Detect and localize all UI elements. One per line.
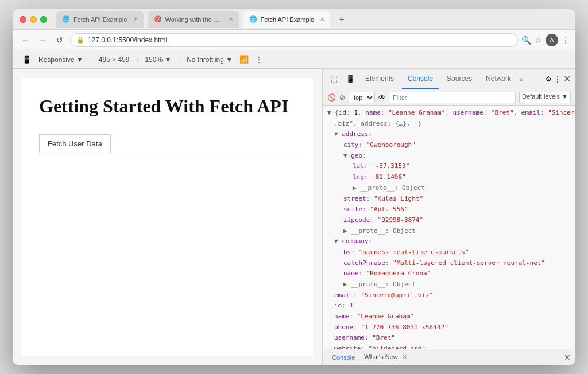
console-phone: phone: "1-770-736-8031 x56442" <box>323 322 575 333</box>
tab-2-label: Working with the Fetch API <box>165 16 223 23</box>
responsive-label[interactable]: Responsive ▼ <box>38 56 83 64</box>
console-address-proto: ▶ __proto__: Object <box>323 226 575 237</box>
console-lng: lng: "81.1496" <box>323 172 575 183</box>
console-email: email: "Sincere@april.biz" <box>323 290 575 301</box>
toolbar-right: 🔍 ☆ A ⋮ <box>521 34 570 46</box>
bottom-whats-new-tab[interactable]: What's New ✕ <box>359 352 411 362</box>
console-filter-input[interactable] <box>389 92 516 103</box>
console-id: id: 1 <box>323 301 575 311</box>
tab-3-close[interactable]: ✕ <box>320 16 324 22</box>
bottom-console-tab[interactable]: Console <box>327 353 359 362</box>
title-bar: 🌐 Fetch API Example ✕ 🎯 Working with the… <box>13 9 575 30</box>
tab-1-icon: 🌐 <box>62 15 70 23</box>
devtools-settings-icon[interactable]: ⚙ <box>546 75 552 83</box>
tab-console[interactable]: Console <box>402 69 439 89</box>
console-toolbar: 🚫 ⊘ top 👁 Default levels ▼ <box>323 89 575 106</box>
devtools-actions: ⚙ ⋮ ✕ <box>546 73 571 84</box>
sep3: | <box>178 56 180 63</box>
search-icon[interactable]: 🔍 <box>521 36 531 45</box>
console-lat: lat: "-37.3159" <box>323 161 575 172</box>
tab-1-close[interactable]: ✕ <box>133 16 138 22</box>
tab-elements[interactable]: Elements <box>359 69 400 89</box>
whats-new-close[interactable]: ✕ <box>402 353 407 360</box>
console-biz-line: .biz", address: {…}, -} <box>323 119 575 130</box>
network-icon[interactable]: 📶 <box>239 55 249 64</box>
devtools-close-button[interactable]: ✕ <box>563 73 571 84</box>
address-bar[interactable]: 🔒 127.0.0.1:5500/index.html <box>70 33 518 47</box>
divider <box>39 158 296 158</box>
levels-select[interactable]: Default levels ▼ <box>519 92 571 103</box>
console-city: city: "Gwenborough" <box>323 140 575 151</box>
browser-window: 🌐 Fetch API Example ✕ 🎯 Working with the… <box>13 9 575 365</box>
zoom-select[interactable]: 150% ▼ <box>145 56 171 64</box>
console-bs: bs: "harness real-time e-markets" <box>323 247 575 258</box>
browser-viewport: Getting Started With Fetch API Fetch Use… <box>13 69 323 365</box>
main-area: Getting Started With Fetch API Fetch Use… <box>13 69 575 365</box>
device-toolbar: 📱 Responsive ▼ | 495 × 459 | 150% ▼ | No… <box>13 50 575 69</box>
console-website: website: "hildegard.org" <box>323 344 575 349</box>
fetch-user-data-button[interactable]: Fetch User Data <box>39 134 111 153</box>
back-button[interactable]: ← <box>18 33 32 47</box>
bottom-bar-close[interactable]: ✕ <box>564 353 571 362</box>
tab-network[interactable]: Network <box>480 69 517 89</box>
tab-3-label: Fetch API Example <box>261 16 315 23</box>
filter-icon[interactable]: ⊘ <box>339 94 345 102</box>
devtools-more-icon[interactable]: ⋮ <box>554 75 561 83</box>
page-heading: Getting Started With Fetch API <box>39 95 296 117</box>
console-geo-proto: ▶ __proto__: Object <box>323 183 575 194</box>
more-icon[interactable]: ⋮ <box>562 36 570 45</box>
context-select[interactable]: top <box>349 92 375 103</box>
forward-button[interactable]: → <box>36 33 49 47</box>
device-mode-button[interactable]: 📱 <box>343 72 357 86</box>
tab-sources[interactable]: Sources <box>441 69 478 89</box>
browser-toolbar: ← → ↺ 🔒 127.0.0.1:5500/index.html 🔍 ☆ A … <box>13 30 575 50</box>
console-street: street: "Kulas Light" <box>323 194 575 205</box>
eye-icon[interactable]: 👁 <box>378 94 385 102</box>
devtools-header: ⬚ 📱 Elements Console Sources Network » ⚙… <box>323 69 575 89</box>
console-line-1: ▼ {id: 1, name: "Leanne Graham", usernam… <box>323 108 575 119</box>
console-zipcode: zipcode: "92998-3874" <box>323 215 575 226</box>
devtools-panel: ⬚ 📱 Elements Console Sources Network » ⚙… <box>323 69 575 365</box>
console-name: name: "Leanne Graham" <box>323 311 575 322</box>
minimize-button[interactable] <box>30 16 37 23</box>
console-output: ▼ {id: 1, name: "Leanne Graham", usernam… <box>323 106 575 349</box>
console-company: ▼ company: <box>323 236 575 247</box>
address-text: 127.0.0.1:5500/index.html <box>88 36 167 44</box>
tab-2-close[interactable]: ✕ <box>229 16 233 22</box>
sep1: | <box>90 56 92 63</box>
console-address: ▼ address: <box>323 129 575 140</box>
tab-2[interactable]: 🎯 Working with the Fetch API ✕ <box>148 11 239 28</box>
profile-icon[interactable]: A <box>546 34 558 46</box>
tab-3-icon: 🌐 <box>249 15 257 23</box>
console-username: username: "Bret" <box>323 333 575 344</box>
console-suite: suite: "Apt. 556" <box>323 204 575 215</box>
clear-console-icon[interactable]: 🚫 <box>327 94 336 102</box>
inspect-element-button[interactable]: ⬚ <box>327 72 341 86</box>
throttle-select[interactable]: No throttling ▼ <box>187 56 233 64</box>
console-company-name: name: "Romaguera-Crona" <box>323 268 575 279</box>
console-company-proto: ▶ __proto__: Object <box>323 279 575 290</box>
reload-button[interactable]: ↺ <box>53 33 67 47</box>
traffic-lights <box>20 16 47 23</box>
devtools-bottom-bar: Console What's New ✕ ✕ <box>323 349 575 365</box>
dimensions-display: 495 × 459 <box>99 56 130 64</box>
close-button[interactable] <box>20 16 26 23</box>
tab-3[interactable]: 🌐 Fetch API Example ✕ <box>243 11 331 28</box>
tab-1-label: Fetch API Example <box>74 16 127 23</box>
device-icon[interactable]: 📱 <box>22 55 32 64</box>
console-catchphrase: catchPhrase: "Multi-layered client-serve… <box>323 258 575 269</box>
maximize-button[interactable] <box>40 16 47 23</box>
tab-2-icon: 🎯 <box>154 15 162 23</box>
new-tab-button[interactable]: + <box>335 13 349 26</box>
tab-1[interactable]: 🌐 Fetch API Example ✕ <box>56 11 144 28</box>
lock-icon: 🔒 <box>76 36 84 44</box>
page-content: Getting Started With Fetch API Fetch Use… <box>22 78 313 356</box>
bookmark-icon[interactable]: ☆ <box>535 36 542 45</box>
sep2: | <box>137 56 138 63</box>
dt-more-icon[interactable]: ⋮ <box>256 56 262 64</box>
more-tabs-icon[interactable]: » <box>519 75 524 84</box>
console-geo: ▼ geo: <box>323 151 575 162</box>
